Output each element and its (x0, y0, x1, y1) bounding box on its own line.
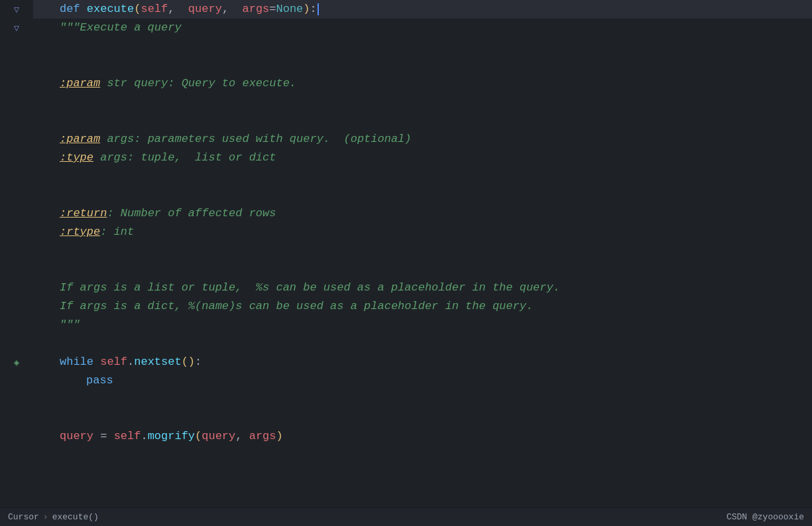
code-line-7 (33, 111, 812, 130)
code-line-22 (33, 390, 812, 409)
line-24-content: query = self.mogrify(query, args) (60, 427, 283, 446)
code-editor: ▽ ▽ ◈ def execute(self, query, args=None… (0, 0, 812, 526)
line-13-content: :rtype: int (60, 223, 134, 241)
code-line-13: :rtype: int (33, 223, 812, 241)
code-line-3 (33, 37, 812, 56)
line-9-content: :type args: tuple, list or dict (60, 149, 276, 167)
watermark: CSDN @zyooooxie (726, 512, 804, 522)
code-line-15 (33, 260, 812, 279)
code-line-9: :type args: tuple, list or dict (33, 149, 812, 167)
fold-icon-2[interactable]: ▽ (14, 23, 19, 34)
code-lines: def execute(self, query, args=None): """… (33, 0, 812, 446)
line-2-content: """Execute a query (60, 19, 182, 37)
code-line-2: """Execute a query (33, 19, 812, 37)
code-line-19 (33, 334, 812, 353)
code-line-11 (33, 186, 812, 204)
line-17-content: If args is a dict, %(name)s can be used … (60, 297, 533, 316)
code-line-23 (33, 409, 812, 427)
code-line-10 (33, 167, 812, 186)
bookmark-icon-20[interactable]: ◈ (14, 357, 19, 368)
code-line-1: def execute(self, query, args=None): (33, 0, 812, 19)
code-line-16: If args is a list or tuple, %s can be us… (33, 279, 812, 297)
code-line-17: If args is a dict, %(name)s can be used … (33, 297, 812, 316)
line-5-content: :param str query: Query to execute. (60, 74, 296, 93)
fold-marker-2[interactable]: ▽ (0, 19, 33, 37)
code-line-20: while self.nextset(): (33, 353, 812, 371)
status-left: Cursor › execute() (8, 512, 99, 522)
line-12-content: :return: Number of affected rows (60, 204, 276, 223)
line-8-content: :param args: parameters used with query.… (60, 130, 412, 149)
breadcrumb-function: execute() (52, 512, 99, 522)
code-line-5: :param str query: Query to execute. (33, 74, 812, 93)
code-line-14 (33, 241, 812, 260)
fold-icon-1[interactable]: ▽ (14, 4, 19, 15)
line-1-content: def execute(self, query, args=None): (60, 0, 319, 19)
code-line-21: pass (33, 371, 812, 390)
code-line-4 (33, 56, 812, 74)
code-line-12: :return: Number of affected rows (33, 204, 812, 223)
line-18-content: """ (60, 316, 80, 334)
code-line-24: query = self.mogrify(query, args) (33, 427, 812, 446)
breadcrumb-separator: › (43, 512, 48, 522)
line-20-content: while self.nextset(): (60, 353, 202, 371)
code-area: ▽ ▽ ◈ def execute(self, query, args=None… (0, 0, 812, 507)
code-line-18: """ (33, 316, 812, 334)
fold-marker-1[interactable]: ▽ (0, 0, 33, 19)
code-line-6 (33, 93, 812, 111)
breadcrumb-root: Cursor (8, 512, 39, 522)
status-bar: Cursor › execute() CSDN @zyooooxie (0, 507, 812, 526)
code-line-8: :param args: parameters used with query.… (33, 130, 812, 149)
line-16-content: If args is a list or tuple, %s can be us… (60, 279, 560, 297)
text-cursor (318, 3, 319, 15)
fold-marker-20[interactable]: ◈ (0, 353, 33, 371)
line-21-content: pass (86, 371, 113, 390)
